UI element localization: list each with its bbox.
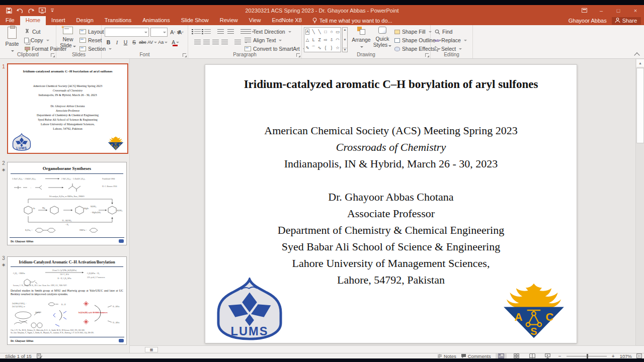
scribble-shape[interactable]: ✎: [304, 44, 310, 52]
comments-toggle[interactable]: Comments: [461, 353, 491, 359]
save-icon[interactable]: [6, 8, 12, 14]
paragraph-dialog-launcher[interactable]: [296, 53, 300, 57]
slide-sorter-view-button[interactable]: [511, 353, 522, 359]
right-brace-shape[interactable]: }: [329, 44, 335, 52]
elbow-arrow-shape[interactable]: Z: [316, 36, 323, 44]
gallery-down-icon[interactable]: ▼: [344, 38, 347, 41]
gallery-more-icon[interactable]: ▼: [343, 48, 347, 51]
vertical-scrollbar[interactable]: ▲: [635, 59, 644, 346]
elbow-shape[interactable]: L: [310, 36, 316, 44]
tab-view[interactable]: View: [244, 16, 267, 25]
slide-thumbnail-3[interactable]: Iridium-Catalyzed Aromatic C–H Activatio…: [7, 256, 127, 345]
change-case-button[interactable]: Aa: [158, 39, 168, 46]
zoom-in-button[interactable]: +: [611, 353, 615, 359]
close-button[interactable]: ×: [631, 8, 640, 14]
rectangle-shape[interactable]: □: [323, 28, 329, 36]
bold-button[interactable]: B: [105, 39, 112, 46]
tell-me-box[interactable]: Tell me what you want to do...: [307, 16, 397, 25]
slide-thumbnail-1[interactable]: Iridium-catalyzed aromatic C–H borylatio…: [7, 63, 128, 154]
slide-title-text[interactable]: Iridium-catalyzed aromatic C–H borylatio…: [215, 78, 567, 91]
acs-logo[interactable]: [500, 282, 568, 340]
slide-body-line[interactable]: Associate Professor: [215, 207, 567, 220]
columns-button[interactable]: [234, 40, 241, 45]
tab-design[interactable]: Design: [71, 16, 99, 25]
shape-fill-button[interactable]: Shape Fill: [394, 28, 432, 36]
slide-thumbnail-2[interactable]: Organoborane Syntheses 3 Zn(C₂H₅)₂ + 2 B…: [7, 162, 127, 245]
tab-endnote[interactable]: EndNote X8: [266, 16, 307, 25]
numbering-button[interactable]: [204, 29, 211, 35]
tab-transitions[interactable]: Transitions: [99, 16, 137, 25]
font-size-input[interactable]: [150, 28, 168, 37]
bullets-button[interactable]: [194, 29, 201, 35]
copy-button[interactable]: Copy: [24, 36, 49, 44]
font-color-button[interactable]: A: [172, 39, 179, 46]
scrollbar-thumb[interactable]: [636, 68, 644, 143]
increase-indent-button[interactable]: [227, 29, 234, 35]
align-right-button[interactable]: [212, 40, 219, 45]
triangle-shape[interactable]: △: [304, 36, 310, 44]
normal-view-button[interactable]: [496, 353, 507, 359]
ribbon-display-options-button[interactable]: [580, 8, 589, 14]
drawing-dialog-launcher[interactable]: [425, 53, 429, 57]
curve-shape[interactable]: ⌒: [310, 44, 316, 52]
signed-in-user[interactable]: Ghayoor Abbas: [569, 18, 607, 24]
tab-home[interactable]: Home: [20, 16, 46, 25]
shapes-gallery[interactable]: A ╲ ╲ □ ○ ▭ △ L Z ⇨ ⇩ ◠ ✎ ⌒ ∿ { } ☆: [304, 27, 341, 52]
slide-body-line[interactable]: Dr. Ghayoor Abbas Chotana: [215, 191, 567, 204]
undo-icon[interactable]: [17, 8, 24, 14]
text-direction-button[interactable]: Text Direction: [245, 28, 291, 36]
decrease-indent-button[interactable]: [217, 29, 224, 35]
rounded-rect-shape[interactable]: ▭: [335, 28, 341, 36]
slide-show-view-button[interactable]: [542, 353, 553, 359]
tab-file[interactable]: File: [0, 16, 20, 25]
reset-button[interactable]: Reset: [79, 36, 102, 44]
shapes-gallery-scroll[interactable]: ▲ ▼ ▼: [342, 27, 348, 52]
tab-slide-show[interactable]: Slide Show: [176, 16, 214, 25]
scroll-left-button[interactable]: ▦: [145, 347, 158, 352]
italic-button[interactable]: I: [113, 39, 121, 46]
align-left-button[interactable]: [194, 40, 201, 45]
zoom-out-button[interactable]: −: [558, 353, 562, 359]
slide-body-line[interactable]: Lahore University of Management Sciences…: [215, 257, 567, 270]
replace-button[interactable]: ab Replace: [435, 36, 467, 44]
tab-animations[interactable]: Animations: [137, 16, 175, 25]
start-from-beginning-icon[interactable]: [39, 8, 46, 14]
gallery-up-icon[interactable]: ▲: [344, 28, 347, 31]
redo-icon[interactable]: [28, 8, 34, 14]
align-center-button[interactable]: [203, 40, 210, 45]
font-name-input[interactable]: [105, 28, 149, 37]
arrow-shape[interactable]: ╲: [316, 28, 323, 36]
slide-body-line[interactable]: Department of Chemistry & Chemical Engin…: [215, 224, 567, 237]
notes-toggle[interactable]: Notes: [437, 353, 456, 359]
spell-check-icon[interactable]: [37, 353, 42, 358]
freeform-shape[interactable]: ∿: [316, 44, 323, 52]
slide-body-line[interactable]: Syed Babar Ali School of Science & Engin…: [215, 240, 567, 253]
zoom-slider-thumb[interactable]: [587, 354, 588, 358]
strikethrough-button[interactable]: S: [130, 39, 138, 46]
collapse-ribbon-button[interactable]: [634, 52, 639, 58]
clipboard-dialog-launcher[interactable]: [51, 53, 54, 57]
paste-button[interactable]: Paste: [3, 27, 21, 53]
slide-body-line[interactable]: Indianapolis, IN & Hybrid, March 26 - 30…: [215, 157, 567, 170]
right-arrow-shape[interactable]: ⇨: [323, 36, 329, 44]
lums-logo[interactable]: [212, 278, 287, 342]
maximize-button[interactable]: □: [614, 8, 623, 14]
down-arrow-shape[interactable]: ⇩: [329, 36, 335, 44]
underline-button[interactable]: U: [122, 39, 129, 46]
oval-shape[interactable]: ○: [329, 28, 335, 36]
font-dialog-launcher[interactable]: [183, 53, 186, 57]
arc-shape[interactable]: ◠: [335, 36, 341, 44]
cut-button[interactable]: Cut: [24, 28, 40, 36]
slide-body-line[interactable]: Crossroads of Chemistry: [215, 141, 567, 154]
text-shadow-button[interactable]: abc: [139, 39, 146, 46]
tab-review[interactable]: Review: [214, 16, 244, 25]
tab-insert[interactable]: Insert: [46, 16, 71, 25]
line-shape[interactable]: ╲: [310, 28, 316, 36]
character-spacing-button[interactable]: AV: [147, 39, 157, 46]
minimize-button[interactable]: –: [597, 8, 606, 14]
left-brace-shape[interactable]: {: [323, 44, 329, 52]
customize-quick-access-icon[interactable]: [50, 8, 54, 13]
align-text-button[interactable]: Align Text: [245, 36, 282, 44]
reading-view-button[interactable]: [527, 353, 538, 359]
find-button[interactable]: Find: [435, 28, 452, 36]
